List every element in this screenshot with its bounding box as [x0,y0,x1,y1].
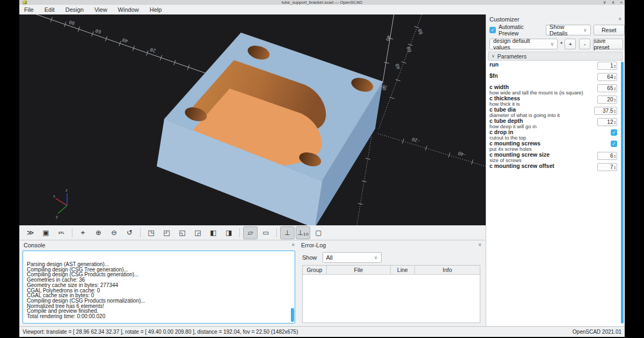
close-icon[interactable]: × [620,0,623,5]
param-row: c mounting screw size size of screws 6 ▴… [489,152,617,163]
axis-indicator: x y z [53,188,68,219]
show-filter-label: Show [302,254,317,261]
param-row: c width how wide and tall the mount is (… [489,84,617,95]
zoom-all-button[interactable]: ⌖ [76,226,90,239]
svg-text:20: 20 [149,47,156,54]
param-row: $fn 64 ▴▾ [489,73,617,84]
minimize-icon[interactable]: ∨ [603,0,606,5]
chevron-down-icon: ∨ [374,255,378,260]
svg-text:-20: -20 [411,136,421,144]
menu-window[interactable]: Window [113,5,144,14]
view-front-button[interactable]: ◧ [206,226,221,239]
chevron-down-icon: ∨ [583,27,587,33]
param-row: c mounting screws put 4x screw holes ✓ [489,141,617,152]
3d-viewport[interactable]: 80 60 40 20 80 60 40 40 20 -20 -40 [19,14,486,225]
svg-text:40: 40 [385,34,391,41]
screw-size-spinbox[interactable]: 6 ▴▾ [597,152,617,160]
render-button[interactable]: ▣ [39,226,53,239]
view-right-button[interactable]: ◳ [144,226,158,239]
reset-view-button[interactable]: ↺ [122,226,137,239]
column-header-line[interactable]: Line [391,266,415,274]
collapse-icon: ∨ [492,54,495,58]
version-text: OpenSCAD 2021.01 [573,329,621,335]
detail-level-select[interactable]: Show Details∨ [546,25,591,35]
console-close-icon[interactable]: × [291,242,295,248]
svg-text:40: 40 [121,37,128,44]
preview-button[interactable]: ≫ [23,226,38,239]
svg-text:60: 60 [406,46,413,53]
window-title: tube_support_bracket.scad — OpenSCAD [19,0,625,5]
zoom-out-button[interactable]: ⊖ [107,226,121,239]
view-bottom-button[interactable]: ◱ [175,226,189,239]
spin-down-icon: ▾ [614,156,616,158]
view-left-button[interactable]: ◲ [191,226,205,239]
param-row: c tube dia diameter of what is going int… [489,107,617,118]
column-header-info[interactable]: Info [415,266,480,274]
menu-help[interactable]: Help [144,5,167,14]
error-log-title: Error-Log [301,242,326,248]
menu-view[interactable]: View [89,5,113,14]
console-scrollbar[interactable] [291,308,294,322]
screw-offset-spinbox[interactable]: 7 ▴▾ [597,163,617,171]
svg-text:x: x [53,194,55,199]
column-header-group[interactable]: Group [303,266,327,274]
spin-down-icon: ▾ [614,89,616,91]
spin-down-icon: ▾ [614,66,616,68]
fn-spinbox[interactable]: 64 ▴▾ [597,73,617,81]
menu-edit[interactable]: Edit [39,5,60,14]
menu-design[interactable]: Design [60,5,89,14]
reset-button[interactable]: Reset [594,25,625,35]
view-back-button[interactable]: ◨ [222,226,236,239]
chevron-down-icon: ∨ [550,41,554,47]
drop-in-checkbox[interactable]: ✓ [611,129,617,136]
tube-depth-spinbox[interactable]: 12 ▴▾ [597,118,617,126]
view-toolbar: ≫ ▣ STL ⌖ ⊕ ⊖ ↺ ◳ ◰ ◱ ◲ ◧ ◨ ▱ ▭ ⊥ ⊥₁₀ ▢ [19,225,486,240]
parameters-section-header[interactable]: ∨ Parameters [488,52,623,61]
column-header-file[interactable]: File [327,266,391,274]
param-row: c tube depth how deep it will go in 12 ▴… [489,118,617,129]
automatic-preview-checkbox[interactable]: ✓ [489,27,496,33]
customizer-close-icon[interactable]: × [618,16,621,22]
spin-down-icon: ▾ [614,167,616,170]
customizer-panel: Customizer × ✓ Automatic Preview Show De… [486,14,625,326]
orthogonal-button[interactable]: ▭ [259,226,273,239]
export-stl-button[interactable]: STL [54,226,69,239]
spin-down-icon: ▾ [614,122,616,124]
param-row: c thickness how thick it is 20 ▴▾ [489,95,617,107]
zoom-in-button[interactable]: ⊕ [91,226,106,239]
automatic-preview-label: Automatic Preview [499,24,543,36]
customizer-scrollbar[interactable] [621,62,624,324]
svg-text:20: 20 [381,84,387,91]
show-crosshairs-button[interactable]: ▢ [311,226,326,239]
bracket-model [157,33,383,225]
view-top-button[interactable]: ◰ [159,226,174,239]
maximize-icon[interactable]: ∧ [611,0,614,5]
console-panel: Console × Parsing design (AST generation… [20,240,298,326]
tube-dia-spinbox[interactable]: 37.5 ▴▾ [594,107,617,115]
mounting-screws-checkbox[interactable]: ✓ [611,141,617,147]
status-bar: Viewport: translate = [ 28.96 62.34 32.3… [19,326,625,336]
show-axes-button[interactable]: ⊥ [280,226,295,239]
error-filter-select[interactable]: All∨ [323,252,382,263]
perspective-button[interactable]: ▱ [243,226,258,239]
menu-file[interactable]: File [19,5,39,14]
width-spinbox[interactable]: 65 ▴▾ [597,84,617,92]
error-log-panel: Error-Log × Show All∨ Group File Line In… [298,240,485,326]
run-spinbox[interactable]: 1 ▴▾ [597,62,617,70]
preset-select[interactable]: design default values∨ [489,39,558,49]
customizer-title: Customizer [489,16,519,23]
svg-text:z: z [65,188,68,193]
save-preset-button[interactable]: save preset [593,39,623,49]
error-log-close-icon[interactable]: × [478,242,481,248]
console-output[interactable]: Parsing design (AST generation)... Compi… [23,251,295,324]
error-log-table: Group File Line Info [302,265,480,323]
spin-down-icon: ▾ [614,100,616,102]
thickness-spinbox[interactable]: 20 ▴▾ [597,95,617,104]
add-preset-button[interactable]: + [565,39,576,49]
title-bar[interactable]: tube_support_bracket.scad — OpenSCAD ∨ ∧… [19,0,625,5]
svg-text:40: 40 [394,63,401,70]
show-scale-markers-button[interactable]: ⊥₁₀ [296,226,310,239]
param-row: run 1 ▴▾ [489,62,617,73]
remove-preset-button[interactable]: - [579,39,590,49]
openscad-window: tube_support_bracket.scad — OpenSCAD ∨ ∧… [19,0,625,337]
